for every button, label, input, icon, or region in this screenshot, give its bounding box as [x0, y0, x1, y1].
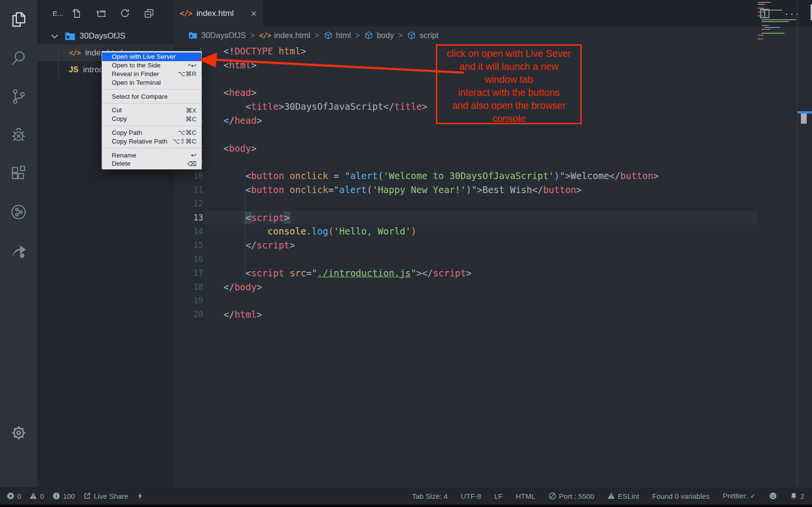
html-file-icon: </> — [259, 31, 271, 40]
minimap[interactable] — [758, 2, 797, 44]
status-label: 2 — [800, 492, 804, 500]
status-item-eslint[interactable]: ESLint — [607, 492, 639, 500]
activity-bar-live-share-circle-icon[interactable] — [0, 193, 37, 231]
status-item-smiley-icon[interactable] — [769, 492, 777, 500]
status-item-live-share[interactable]: Live Share — [83, 492, 129, 500]
menu-item-select-for-compare[interactable]: Select for Compare — [102, 92, 201, 101]
activity-bar-extensions-icon[interactable] — [0, 154, 37, 193]
status-label: LF — [494, 492, 503, 500]
tab-strip: </> index.html × ··· — [173, 0, 812, 26]
menu-shortcut: ^↩ — [188, 62, 196, 69]
line-number: 15 — [173, 238, 203, 252]
menu-item-delete[interactable]: Delete⌫ — [102, 159, 201, 168]
menu-shortcut: ⌫ — [187, 160, 196, 168]
status-item-tab-size-4[interactable]: Tab Size: 4 — [412, 492, 447, 500]
annotation-text-line: window tab — [485, 73, 533, 86]
code-line-14[interactable]: 14 console.log('Hello, World') — [173, 224, 812, 238]
refresh-icon[interactable] — [119, 8, 131, 19]
code-text: <script src="./introduction.js"></script… — [223, 266, 471, 280]
breadcrumb-item-30daysofjs[interactable]: 30DaysOfJS — [188, 30, 246, 40]
menu-item-copy-relative-path[interactable]: Copy Relative Path⌥⇧⌘C — [102, 137, 201, 145]
folder-name: 30DaysOfJS — [79, 31, 125, 41]
annotation-text-line: and also open the browser — [452, 99, 566, 112]
breadcrumb-item-index-html[interactable]: </>index.html — [259, 31, 310, 40]
activity-bar-explorer-icon[interactable] — [0, 0, 37, 39]
breadcrumb-separator: > — [355, 31, 360, 40]
menu-item-reveal-in-finder[interactable]: Reveal in Finder⌥⌘R — [102, 70, 201, 78]
code-text: <button onclick="alert('Happy New Year!'… — [223, 183, 582, 197]
tab-index-html[interactable]: </> index.html × — [173, 0, 263, 26]
html-file-icon: </> — [69, 49, 80, 57]
scrollbar-thumb[interactable] — [801, 114, 807, 124]
code-line-8[interactable]: 8<body> — [173, 142, 812, 156]
menu-item-open-in-terminal[interactable]: Open in Terminal — [102, 78, 201, 87]
code-line-19[interactable]: 19 — [173, 294, 812, 308]
tab-label: index.html — [196, 9, 234, 18]
code-line-20[interactable]: 20</html> — [173, 308, 812, 322]
status-item-lf[interactable]: LF — [494, 492, 503, 500]
status-label: Prettier: ✓ — [722, 492, 756, 500]
status-label: 100 — [63, 492, 75, 500]
code-line-18[interactable]: 18</body> — [173, 280, 812, 294]
status-item-0[interactable]: 0 — [7, 492, 21, 500]
settings-gear-icon[interactable] — [0, 422, 37, 444]
status-item-bolt-icon[interactable] — [136, 492, 144, 500]
activity-bar-share-arrow-icon[interactable] — [0, 231, 37, 270]
html-file-icon: </> — [180, 9, 192, 18]
code-line-16[interactable]: 16 — [173, 252, 812, 266]
breadcrumb-separator: > — [314, 31, 319, 40]
code-line-13[interactable]: 13 <script> — [173, 211, 812, 225]
new-folder-icon[interactable] — [95, 8, 106, 19]
smiley-icon — [769, 492, 777, 500]
breadcrumb-item-html[interactable]: html — [324, 31, 351, 40]
info-icon — [52, 492, 60, 500]
breadcrumb-item-script[interactable]: script — [407, 31, 438, 40]
code-line-12[interactable]: 12 — [173, 197, 812, 211]
status-item-found-0-variables[interactable]: Found 0 variables — [652, 492, 709, 500]
status-item-2[interactable]: 2 — [790, 492, 804, 500]
activity-bar-source-control-icon[interactable] — [0, 77, 37, 116]
status-item-port-5500[interactable]: Port : 5500 — [549, 492, 594, 500]
menu-item-cut[interactable]: Cut⌘X — [102, 106, 201, 115]
new-file-icon[interactable] — [71, 8, 82, 19]
line-number: 13 — [173, 211, 203, 225]
activity-bar-search-icon[interactable] — [0, 39, 37, 77]
collapse-folders-icon[interactable] — [144, 8, 155, 19]
status-item-prettier[interactable]: Prettier: ✓ — [722, 492, 756, 500]
menu-item-open-to-the-side[interactable]: Open to the Side^↩ — [102, 61, 201, 70]
indent-guide — [245, 252, 245, 266]
scrollbar-separator — [797, 0, 798, 487]
code-text: <body> — [223, 142, 257, 156]
code-line-11[interactable]: 11 <button onclick="alert('Happy New Yea… — [173, 183, 812, 197]
code-text: <title>30DaysOfJavaScript</title> — [223, 100, 427, 114]
status-label: UTF-8 — [461, 492, 482, 500]
line-number: 17 — [173, 266, 203, 280]
code-line-9[interactable]: 9 — [173, 155, 812, 169]
menu-item-rename[interactable]: Rename↩ — [102, 151, 201, 159]
status-item-utf-8[interactable]: UTF-8 — [461, 492, 482, 500]
line-number: 19 — [173, 294, 203, 308]
folder-row-30daysofjs[interactable]: 30DaysOfJS — [37, 28, 173, 44]
symbol-cube-icon — [324, 31, 333, 40]
menu-item-copy-path[interactable]: Copy Path⌥⌘C — [102, 129, 201, 137]
menu-item-open-with-live-server[interactable]: Open with Live Server — [102, 52, 201, 61]
status-label: Live Share — [94, 492, 129, 500]
vscode-window: E... 30DaysOfJS </>index.htmlJSintroduct… — [0, 0, 812, 507]
breadcrumb-item-body[interactable]: body — [364, 31, 394, 40]
status-label: Tab Size: 4 — [412, 492, 447, 500]
status-item-html[interactable]: HTML — [516, 492, 536, 500]
activity-bar-debug-icon[interactable] — [0, 116, 37, 154]
code-line-15[interactable]: 15 </script> — [173, 238, 812, 252]
status-item-0[interactable]: 0 — [29, 492, 44, 500]
menu-item-copy[interactable]: Copy⌘C — [102, 115, 201, 123]
code-text: <button onclick = "alert('Welcome to 30D… — [223, 169, 659, 183]
status-label: HTML — [516, 492, 536, 500]
code-line-10[interactable]: 10 <button onclick = "alert('Welcome to … — [173, 169, 812, 183]
line-number: 16 — [173, 252, 203, 266]
code-line-17[interactable]: 17 <script src="./introduction.js"></scr… — [173, 266, 812, 280]
annotation-box: click on open with Live Severand it will… — [436, 44, 582, 124]
bell-icon — [790, 492, 798, 500]
close-icon[interactable]: × — [251, 8, 257, 18]
status-item-100[interactable]: 100 — [52, 492, 75, 500]
code-line-7[interactable]: 7 — [173, 128, 812, 142]
